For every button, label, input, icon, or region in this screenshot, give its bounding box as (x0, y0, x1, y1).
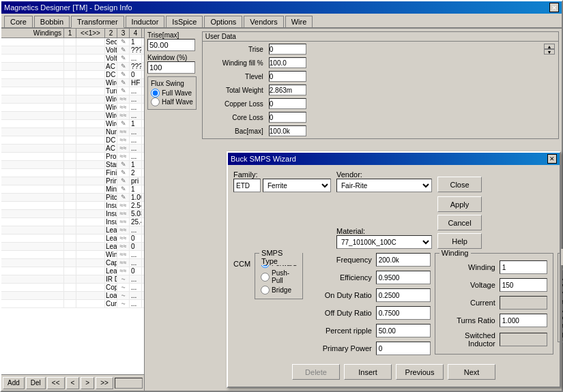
table-row: DC Resistance≈≈... (1, 136, 144, 145)
material-select[interactable]: 77_10100K_100C (336, 235, 432, 249)
voltage-input[interactable] (500, 278, 547, 292)
ud-input-tlevel[interactable] (269, 71, 306, 82)
table-row: IR Drop⏦... (1, 275, 144, 284)
horizontal-scrollbar[interactable] (115, 378, 143, 389)
del-button[interactable]: Del (26, 377, 46, 389)
table-bottom-bar: Add Del << < > >> (1, 374, 144, 391)
add-button[interactable]: Add (3, 377, 25, 389)
row-empty-24-3 (76, 235, 105, 242)
row-empty-13-2 (64, 145, 76, 152)
family-etd-input[interactable] (233, 179, 261, 192)
ud-scroll-down-trise[interactable]: ▼ (544, 49, 555, 55)
scroll-left2-button[interactable]: << (47, 377, 65, 389)
smps-bridge-option[interactable]: Bridge (261, 286, 297, 295)
switched-inductor-row: Switched Inductor (441, 331, 547, 348)
next-button[interactable]: Next (448, 364, 495, 380)
form-fields-group: Frequency Efficiency On Duty Ratio (307, 253, 431, 357)
row-val-3: ??? (130, 63, 142, 70)
scroll-left1-button[interactable]: < (66, 377, 80, 389)
row-empty-22-3 (76, 218, 105, 226)
table-row: Volts Avg✎... (1, 55, 144, 63)
percent-ripple-input[interactable] (376, 324, 431, 337)
insert-button[interactable]: Insert (344, 364, 392, 380)
row-extra-31-0 (142, 292, 144, 299)
family-type-select[interactable]: Ferrite (263, 179, 331, 192)
on-duty-input[interactable] (376, 288, 431, 302)
row-extra-18-0 (142, 185, 144, 193)
row-icon-2: ✎ (117, 55, 130, 62)
half-wave-option[interactable]: Half Wave (151, 97, 193, 106)
ud-scroll-trise-cell: ▲ ▼ (542, 43, 557, 55)
row-extra-30-0 (142, 284, 144, 291)
tab-isspice[interactable]: IsSpice (166, 16, 203, 27)
tab-core[interactable]: Core (4, 16, 33, 27)
row-icon-3: ✎ (117, 63, 130, 70)
ud-input-trise[interactable] (269, 44, 306, 55)
row-empty-30-3 (76, 284, 105, 291)
col-4: 4 (130, 29, 142, 37)
modal-close-button[interactable]: ✕ (547, 154, 557, 164)
row-extra-13-0 (142, 145, 144, 152)
row-empty-25-1 (1, 243, 64, 250)
row-empty-8-2 (64, 104, 76, 111)
frequency-input[interactable] (376, 253, 431, 267)
efficiency-input[interactable] (376, 271, 431, 284)
scroll-right2-button[interactable]: >> (96, 377, 113, 389)
row-empty-13-1 (1, 145, 64, 152)
previous-button[interactable]: Previous (396, 364, 444, 380)
row-extra-0-0 (142, 38, 144, 46)
tab-wire[interactable]: Wire (285, 16, 313, 27)
row-extra-21-0 (142, 210, 144, 217)
full-wave-option[interactable]: Full Wave (151, 89, 193, 97)
delete-button[interactable]: Delete (292, 364, 340, 380)
cancel-button[interactable]: Cancel (437, 215, 482, 230)
tab-options[interactable]: Options (204, 16, 242, 27)
tab-transformer[interactable]: Transformer (71, 16, 124, 28)
window-close-button[interactable]: ✕ (549, 3, 559, 12)
row-empty-31-1 (1, 292, 64, 299)
help-button[interactable]: Help (437, 233, 482, 249)
ud-scroll-up-trise[interactable]: ▲ (544, 44, 555, 49)
scroll-right1-button[interactable]: > (81, 377, 94, 389)
row-val-10: 1 (130, 120, 142, 127)
ud-input-total-weight[interactable] (269, 85, 306, 95)
tab-bar: Core Bobbin Transformer Inductor IsSpice… (1, 14, 562, 29)
smps-pushpull-option[interactable]: Push-Pull (261, 269, 297, 284)
half-wave-radio[interactable] (151, 97, 160, 106)
close-button[interactable]: Close (437, 177, 482, 192)
row-icon-29: ⏦ (117, 275, 130, 283)
vendor-select[interactable]: Fair-Rite (336, 179, 432, 192)
row-empty-15-1 (1, 161, 64, 168)
off-duty-input[interactable] (376, 306, 431, 320)
ud-input-copper-loss[interactable] (269, 98, 306, 109)
smps-bridge-radio[interactable] (261, 286, 270, 295)
primary-power-input[interactable] (376, 342, 431, 355)
trise-input[interactable] (147, 39, 195, 51)
apply-button[interactable]: Apply (437, 196, 482, 212)
turns-ratio-input[interactable] (500, 314, 547, 327)
tab-bobbin[interactable]: Bobbin (34, 16, 70, 27)
ud-input-bac[interactable] (269, 125, 306, 136)
tab-inductor[interactable]: Inductor (126, 16, 165, 27)
row-val-22: 25.40m (130, 218, 142, 226)
row-extra-2-0 (142, 55, 144, 62)
tab-vendors[interactable]: Vendors (244, 16, 283, 27)
row-empty-23-2 (64, 226, 76, 234)
row-empty-4-3 (76, 71, 105, 78)
ud-input-core-loss[interactable] (269, 112, 306, 123)
smps-pushpull-radio[interactable] (261, 273, 270, 282)
row-empty-1-3 (76, 46, 105, 54)
row-empty-19-1 (1, 194, 64, 201)
table-row: DC Current✎0 (1, 71, 144, 79)
row-empty-23-1 (1, 226, 64, 234)
winding-row: Winding (441, 260, 547, 274)
full-wave-radio[interactable] (151, 89, 160, 97)
table-row: Number of Layers≈≈... (1, 128, 144, 136)
ud-input-winding-fill[interactable] (269, 57, 306, 68)
row-icon-32: ⏦ (117, 300, 130, 307)
winding-input[interactable] (500, 260, 547, 274)
kwindow-input[interactable] (147, 61, 195, 74)
row-empty-9-1 (1, 112, 64, 119)
row-icon-28: ≈≈ (117, 267, 130, 275)
row-empty-11-1 (1, 128, 64, 136)
